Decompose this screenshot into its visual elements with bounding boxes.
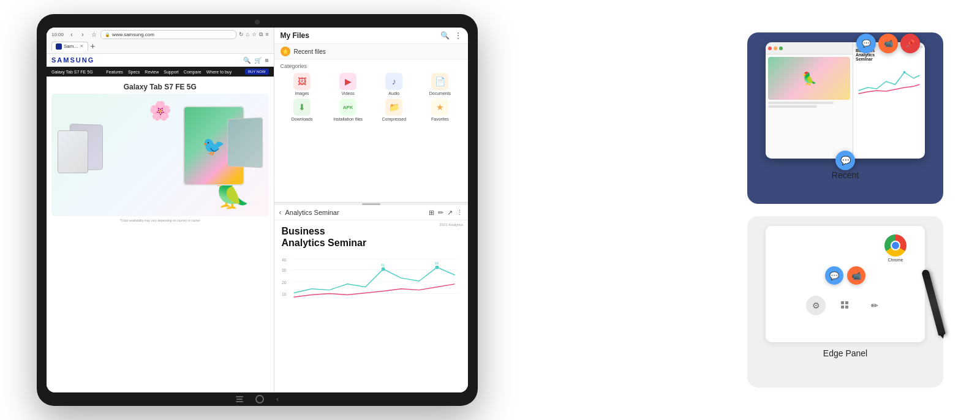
category-downloads[interactable]: ⬇ Downloads xyxy=(281,99,324,122)
floating-app-icons: 💬 📹 📌 xyxy=(856,34,920,53)
nav-features[interactable]: Features xyxy=(106,70,123,74)
edge-panel: Chrome 💬 📹 ⚙ xyxy=(747,216,943,388)
svg-rect-13 xyxy=(841,301,844,304)
active-tab[interactable]: S Sam... ✕ xyxy=(51,42,88,51)
edge-panel-label: Edge Panel xyxy=(823,348,867,358)
chrome-icon xyxy=(884,234,907,257)
compressed-label: Compressed xyxy=(382,117,406,122)
spen-stylus xyxy=(921,269,946,336)
tab-close-button[interactable]: ✕ xyxy=(80,43,84,49)
tablet-device: 10:00 ‹ › ☆ 🔒 www.samsung.com ↻ ⌂ xyxy=(37,14,478,406)
category-compressed[interactable]: 📁 Compressed xyxy=(372,99,416,122)
recent-chart-mini xyxy=(856,63,922,100)
samsung-site-nav: Galaxy Tab S7 FE 5G Features Specs Revie… xyxy=(47,67,274,77)
home-icon[interactable]: ⌂ xyxy=(246,31,249,38)
home-button[interactable] xyxy=(255,395,264,403)
recent-apps-button[interactable] xyxy=(236,396,243,402)
recent-files-icon: ⭐ xyxy=(281,47,290,56)
recent-left-panel: 🦜 xyxy=(766,42,853,159)
doc-back-button[interactable]: ‹ xyxy=(279,208,282,217)
recent-right-panel: 2021 Analytics BusinessAnalyticsSeminar xyxy=(853,42,925,159)
svg-rect-16 xyxy=(845,306,848,309)
category-apk[interactable]: APK Installation files xyxy=(326,99,370,122)
doc-share-icon[interactable]: ↗ xyxy=(447,209,453,217)
doc-more-icon[interactable]: ⋮ xyxy=(456,209,463,217)
favorites-icon: ★ xyxy=(431,99,448,116)
document-content: 2021 Analytics Business Analytics Semina… xyxy=(274,220,468,316)
text-line-2 xyxy=(768,105,817,108)
apk-icon: APK xyxy=(339,99,356,116)
category-images[interactable]: 🖼 Images xyxy=(281,73,324,96)
chrome-app-item: Chrome xyxy=(884,234,907,262)
doc-analytics-tag: 2021 Analytics xyxy=(439,223,463,227)
edge-messages-icon: 💬 xyxy=(825,266,843,285)
edge-app-icons: 💬 📹 xyxy=(825,266,865,285)
files-search-icon[interactable]: 🔍 xyxy=(440,31,450,40)
recent-left-header xyxy=(766,42,853,54)
device-side-3 xyxy=(58,130,88,173)
images-icon: 🖼 xyxy=(293,73,311,90)
url-bar[interactable]: 🔒 www.samsung.com xyxy=(100,30,236,39)
samsung-logo: SAMSUNG xyxy=(51,56,94,64)
pencil-icon[interactable]: ✏ xyxy=(865,296,884,315)
hero-title: Galaxy Tab S7 FE 5G xyxy=(124,83,197,91)
files-recent-row[interactable]: ⭐ Recent files xyxy=(274,44,468,59)
new-tab-button[interactable]: + xyxy=(90,41,95,51)
fav-icon[interactable]: ☆ xyxy=(252,31,257,38)
nav-specs[interactable]: Specs xyxy=(128,70,140,74)
video-float-icon: 📹 xyxy=(878,34,898,53)
category-documents[interactable]: 📄 Documents xyxy=(418,73,462,96)
browser-tabs: S Sam... ✕ + xyxy=(51,41,269,51)
documents-icon: 📄 xyxy=(431,73,448,90)
doc-annotate-icon[interactable]: ✏ xyxy=(438,209,443,217)
tabs-icon[interactable]: ⧉ xyxy=(259,31,263,38)
files-header: My Files 🔍 ⋮ xyxy=(274,28,468,44)
svg-text:40: 40 xyxy=(282,258,287,262)
document-heading: Business Analytics Seminar xyxy=(282,225,461,249)
compressed-icon: 📁 xyxy=(385,99,402,116)
cart-icon[interactable]: 🛒 xyxy=(254,57,262,64)
apk-label: Installation files xyxy=(333,117,363,122)
svg-point-8 xyxy=(381,268,385,271)
nav-review[interactable]: Review xyxy=(145,70,159,74)
svg-text:30: 30 xyxy=(282,269,287,273)
categories-section: Categories 🖼 Images ▶ Videos xyxy=(274,59,468,126)
url-text: www.samsung.com xyxy=(112,32,154,37)
nav-product-title: Galaxy Tab S7 FE 5G xyxy=(51,70,93,74)
hero-image: 🦜 🌸 🐦 xyxy=(51,94,269,216)
bookmark-float-icon: 📌 xyxy=(900,34,920,53)
main-container: 10:00 ‹ › ☆ 🔒 www.samsung.com ↻ ⌂ xyxy=(0,0,980,420)
doc-layout-icon[interactable]: ⊞ xyxy=(429,209,434,217)
category-audio[interactable]: ♪ Audio xyxy=(372,73,416,96)
tablet-screen: 10:00 ‹ › ☆ 🔒 www.samsung.com ↻ ⌂ xyxy=(47,28,468,392)
category-favorites[interactable]: ★ Favorites xyxy=(418,99,462,122)
buy-now-button[interactable]: BUY NOW xyxy=(245,69,269,75)
refresh-icon[interactable]: ↻ xyxy=(239,31,244,38)
gear-icon[interactable]: ⚙ xyxy=(806,296,826,315)
bookmark-button[interactable]: ☆ xyxy=(89,31,98,39)
edge-panel-inner: Chrome 💬 📹 ⚙ xyxy=(766,226,925,342)
videos-label: Videos xyxy=(342,91,355,96)
recent-label: Recent xyxy=(832,170,859,180)
files-pane: My Files 🔍 ⋮ ⭐ Recent files Categories xyxy=(274,28,468,203)
menu-icon[interactable]: ≡ xyxy=(265,57,269,64)
nav-support[interactable]: Support xyxy=(164,70,179,74)
category-videos[interactable]: ▶ Videos xyxy=(326,73,370,96)
tab-label: Sam... xyxy=(64,43,78,49)
text-line-1 xyxy=(768,102,834,104)
nav-where-to-buy[interactable]: Where to buy xyxy=(206,70,232,74)
files-more-icon[interactable]: ⋮ xyxy=(454,31,462,40)
menu-icon[interactable]: ≡ xyxy=(265,31,268,38)
back-button[interactable]: ‹ xyxy=(67,31,76,39)
doc-action-icons: ⊞ ✏ ↗ ⋮ xyxy=(429,209,463,217)
tablet-camera xyxy=(255,20,260,24)
nav-compare[interactable]: Compare xyxy=(184,70,202,74)
categories-title: Categories xyxy=(281,63,462,69)
device-side-1 xyxy=(227,117,263,168)
red-dot xyxy=(768,47,772,50)
search-icon[interactable]: 🔍 xyxy=(243,57,251,64)
grid-icon[interactable] xyxy=(835,296,855,315)
spen-tip xyxy=(940,333,946,339)
back-nav-button[interactable]: ‹ xyxy=(276,395,279,403)
forward-button[interactable]: › xyxy=(78,31,87,39)
